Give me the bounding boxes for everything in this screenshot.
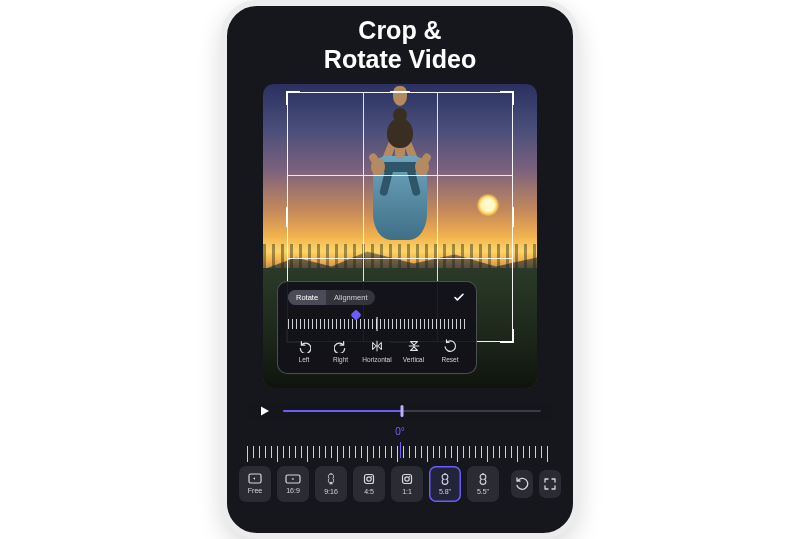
- video-canvas[interactable]: Rotate Alignment Left Righ: [263, 84, 537, 388]
- ratio-4-5-label: 4:5: [364, 488, 374, 495]
- crop-handle-tl[interactable]: [286, 91, 300, 105]
- progress-track[interactable]: [283, 410, 541, 412]
- ratio-free-label: Free: [248, 487, 262, 494]
- player-bar: [247, 402, 553, 420]
- fullscreen-icon[interactable]: [539, 470, 561, 498]
- rotate-right-label: Right: [333, 356, 348, 363]
- flip-vertical-label: Vertical: [403, 356, 424, 363]
- ratio-5-5in[interactable]: 5.5": [467, 466, 499, 502]
- angle-center-mark: [400, 442, 401, 458]
- ratio-9-16-label: 9:16: [324, 488, 338, 495]
- play-button[interactable]: [259, 405, 271, 417]
- undo-icon[interactable]: [511, 470, 533, 498]
- svg-point-3: [367, 476, 371, 480]
- flip-horizontal-label: Horizontal: [362, 356, 391, 363]
- aspect-ratio-strip: Free 16:9 9:16 4:5 1:1 5.8" 5.5": [239, 466, 561, 502]
- crop-handle-right[interactable]: [512, 207, 514, 227]
- flip-vertical-button[interactable]: Vertical: [398, 339, 430, 363]
- progress-knob[interactable]: [400, 405, 403, 417]
- progress-fill: [283, 410, 402, 412]
- panel-tab-switch[interactable]: Rotate Alignment: [288, 290, 375, 305]
- rotate-left-button[interactable]: Left: [288, 339, 320, 363]
- ratio-1-1[interactable]: 1:1: [391, 466, 423, 502]
- ratio-4-5[interactable]: 4:5: [353, 466, 385, 502]
- device-frame: Crop &Rotate Video: [221, 0, 579, 539]
- apply-check-icon[interactable]: [452, 290, 466, 304]
- svg-rect-9: [482, 473, 484, 474]
- rotate-dial[interactable]: [288, 311, 466, 333]
- svg-point-6: [405, 476, 409, 480]
- ratio-5-5in-label: 5.5": [477, 488, 489, 495]
- rotate-panel: Rotate Alignment Left Righ: [277, 281, 477, 374]
- crop-handle-tr[interactable]: [500, 91, 514, 105]
- ratio-16-9[interactable]: 16:9: [277, 466, 309, 502]
- angle-ruler[interactable]: 0°: [247, 430, 553, 458]
- crop-handle-br[interactable]: [500, 329, 514, 343]
- svg-point-7: [409, 475, 410, 476]
- rotate-right-button[interactable]: Right: [325, 339, 357, 363]
- flip-horizontal-button[interactable]: Horizontal: [361, 339, 393, 363]
- tab-rotate[interactable]: Rotate: [288, 290, 326, 305]
- ratio-9-16[interactable]: 9:16: [315, 466, 347, 502]
- ratio-free[interactable]: Free: [239, 466, 271, 502]
- ratio-16-9-label: 16:9: [286, 487, 300, 494]
- svg-rect-2: [365, 474, 374, 483]
- ratio-5-8in-label: 5.8": [439, 488, 451, 495]
- svg-rect-5: [403, 474, 412, 483]
- ratio-5-8in[interactable]: 5.8": [429, 466, 461, 502]
- reset-button[interactable]: Reset: [434, 339, 466, 363]
- crop-handle-top[interactable]: [390, 91, 410, 93]
- angle-readout: 0°: [395, 426, 405, 437]
- svg-rect-8: [444, 473, 446, 474]
- rotate-left-label: Left: [299, 356, 310, 363]
- svg-point-4: [371, 475, 372, 476]
- tab-alignment[interactable]: Alignment: [326, 290, 375, 305]
- screen-title: Crop &Rotate Video: [227, 16, 573, 74]
- crop-handle-left[interactable]: [286, 207, 288, 227]
- reset-label: Reset: [442, 356, 459, 363]
- ratio-1-1-label: 1:1: [402, 488, 412, 495]
